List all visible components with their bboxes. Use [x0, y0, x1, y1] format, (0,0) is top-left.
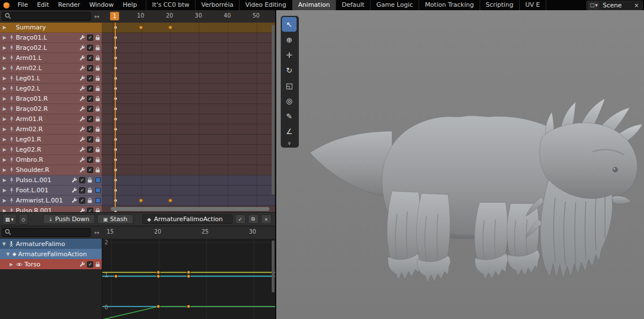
keyframe-track[interactable] — [102, 114, 275, 124]
menu-edit[interactable]: Edit — [32, 0, 53, 10]
expand-icon[interactable]: ▶ — [2, 137, 7, 142]
tool-measure[interactable]: ∠ — [282, 124, 297, 139]
checkbox-icon[interactable]: ✓ — [87, 126, 93, 132]
channel-color-swatch[interactable] — [95, 188, 101, 193]
lock-icon[interactable] — [87, 187, 93, 193]
keyframe-track[interactable] — [102, 63, 275, 74]
vertical-scrollbar[interactable] — [272, 25, 275, 195]
lock-icon[interactable] — [95, 136, 101, 143]
tool-tweak-select[interactable]: ↖ — [282, 17, 297, 32]
vertical-scrollbar[interactable] — [272, 240, 275, 292]
checkbox-icon[interactable]: ✓ — [87, 136, 93, 143]
wrench-icon[interactable] — [79, 55, 85, 61]
checkbox-icon[interactable]: ✓ — [87, 55, 93, 61]
graph-ruler[interactable]: 15202530 — [101, 226, 275, 239]
creature-eye[interactable] — [613, 167, 618, 173]
creature-tail[interactable] — [310, 131, 392, 197]
lock-icon[interactable] — [95, 146, 101, 153]
pin-icon[interactable] — [9, 35, 14, 41]
checkbox-icon[interactable]: ✓ — [79, 187, 85, 193]
checkbox-icon[interactable]: ✓ — [87, 208, 93, 212]
pin-icon[interactable] — [9, 106, 14, 112]
expand-icon[interactable]: ▶ — [2, 45, 7, 50]
lock-icon[interactable] — [95, 35, 101, 41]
keyframe-track[interactable] — [102, 84, 275, 94]
expand-icon[interactable]: ▶ — [2, 55, 7, 61]
pin-icon[interactable] — [9, 188, 14, 193]
fcurve-canvas[interactable] — [102, 239, 275, 319]
wrench-icon[interactable] — [79, 75, 85, 81]
expand-icon[interactable]: ▶ — [2, 208, 7, 212]
expand-icon[interactable]: ▶ — [2, 106, 7, 111]
wrench-icon[interactable] — [71, 187, 77, 193]
keyframe-track[interactable] — [102, 23, 275, 33]
channel-bra-o01-l[interactable]: ▶ Braço01.L ✓ — [0, 33, 275, 43]
keyframe-track[interactable] — [102, 155, 275, 165]
expand-icon[interactable]: ▶ — [2, 178, 7, 183]
lock-icon[interactable] — [95, 157, 101, 163]
keyframe-selected[interactable] — [168, 199, 172, 202]
tool-move[interactable]: ✛ — [282, 48, 297, 62]
checkbox-icon[interactable]: ✓ — [87, 75, 93, 81]
tool-rotate[interactable]: ↻ — [282, 63, 297, 77]
channel-arm01-r[interactable]: ▶ Arm01.R ✓ — [0, 114, 275, 124]
channel-summary[interactable]: ▶ Summary ✓ — [0, 23, 275, 33]
pin-icon[interactable] — [9, 147, 14, 153]
menu-render[interactable]: Render — [54, 0, 85, 10]
expand-closed-icon[interactable]: ▶ — [8, 262, 14, 267]
menu-file[interactable]: File — [13, 0, 32, 10]
keyframe-track[interactable] — [102, 135, 275, 145]
tool-cursor[interactable]: ⊕ — [282, 32, 297, 47]
channel-shoulder-r[interactable]: ▶ Shoulder.R ✓ — [0, 165, 275, 175]
playhead-line[interactable] — [115, 23, 116, 210]
expand-icon[interactable]: ▶ — [2, 76, 7, 81]
lock-icon[interactable] — [95, 106, 101, 112]
keyframe-track[interactable] — [102, 165, 275, 175]
wrench-icon[interactable] — [79, 96, 85, 102]
editor-type-button[interactable]: ▦▾ — [2, 214, 16, 225]
curve-keyframe[interactable] — [156, 274, 160, 278]
lock-icon[interactable] — [95, 75, 101, 81]
expand-icon[interactable]: ▶ — [2, 117, 7, 122]
duplicate-action-button[interactable]: ⧉ — [248, 214, 259, 224]
channel-leg02-r[interactable]: ▶ Leg02.R ✓ — [0, 145, 275, 155]
curve-keyframe[interactable] — [187, 271, 190, 274]
graph-channel-armaturefalimo[interactable]: ▼ ▶ ◆ ArmatureFalimo ✓ — [0, 239, 102, 249]
keyframe-track[interactable] — [102, 43, 275, 53]
channel-bra-o01-r[interactable]: ▶ Braço01.R ✓ — [0, 94, 275, 104]
keyframe-track[interactable] — [102, 33, 275, 43]
wrench-icon[interactable] — [79, 261, 85, 268]
expand-icon[interactable]: ▶ — [2, 66, 7, 71]
pin-icon[interactable] — [9, 157, 14, 163]
checkbox-icon[interactable]: ✓ — [87, 157, 93, 163]
pin-icon[interactable] — [9, 86, 14, 92]
lock-icon[interactable] — [95, 208, 101, 212]
lock-icon[interactable] — [95, 65, 101, 71]
mode-button[interactable]: ◇ — [19, 214, 28, 225]
stash-button[interactable]: ▣Stash — [97, 214, 133, 224]
graph-channel-torso[interactable]: ▼ ▶ ◆ Torso ✓ — [0, 259, 102, 269]
channel-pulso-l-001[interactable]: ▶ Pulso.L.001 ✓ — [0, 175, 275, 186]
channel-ombro-r[interactable]: ▶ Ombro.R ✓ — [0, 155, 275, 165]
pin-icon[interactable] — [9, 208, 14, 213]
checkbox-icon[interactable]: ✓ — [79, 177, 85, 183]
pin-icon[interactable] — [9, 55, 14, 61]
tab-game-logic[interactable]: Game Logic — [370, 0, 419, 10]
checkbox-icon[interactable]: ✓ — [87, 96, 93, 102]
keyframe-track[interactable] — [102, 196, 275, 206]
current-frame-badge[interactable]: 1 — [110, 12, 119, 20]
checkbox-icon[interactable]: ✓ — [87, 116, 93, 122]
menu-window[interactable]: Window — [85, 0, 118, 10]
expand-icon[interactable]: ▶ — [2, 35, 7, 40]
wrench-icon[interactable] — [79, 157, 85, 163]
checkbox-icon[interactable]: ✓ — [87, 65, 93, 71]
channel-leg01-r[interactable]: ▶ Leg01.R ✓ — [0, 135, 275, 145]
fake-user-button[interactable]: ✓ — [235, 214, 246, 224]
wrench-icon[interactable] — [79, 116, 85, 122]
lock-icon[interactable] — [95, 261, 101, 268]
keyframe-track[interactable] — [102, 74, 275, 84]
expand-icon[interactable]: ▶ — [2, 86, 7, 91]
tab-default[interactable]: Default — [336, 0, 370, 10]
channel-armwrist-l-001[interactable]: ▶ Armwrist.L.001 ✓ — [0, 196, 275, 206]
curve-keyframe[interactable] — [187, 274, 190, 278]
